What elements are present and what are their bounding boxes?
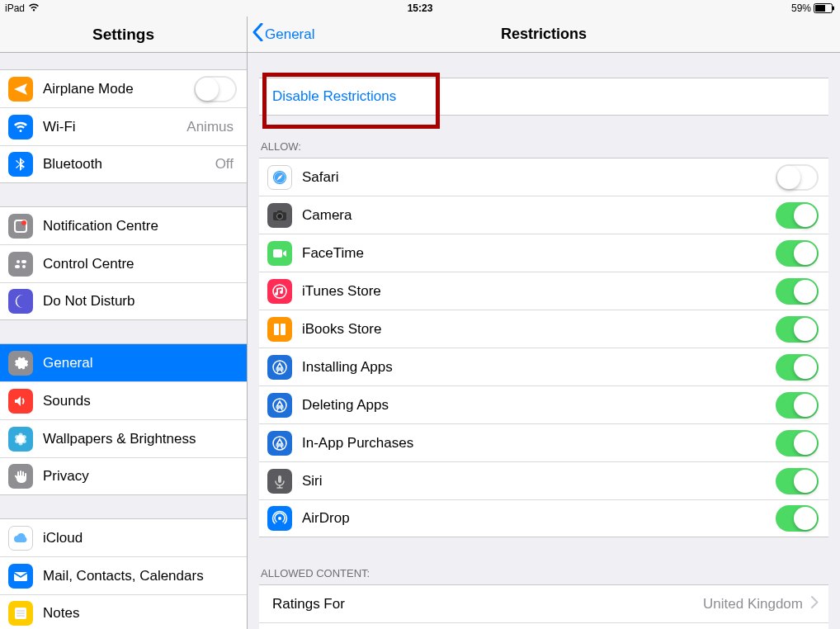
- facetime-toggle[interactable]: [776, 240, 819, 267]
- airplane-toggle[interactable]: [194, 76, 237, 102]
- wifi-label: Wi-Fi: [43, 119, 186, 135]
- notes-label: Notes: [43, 605, 237, 622]
- svg-point-14: [15, 439, 19, 443]
- wifi-detail: Animus: [186, 119, 234, 135]
- ibooks-icon: [267, 317, 292, 342]
- svg-point-11: [22, 435, 26, 439]
- sidebar-item-sounds[interactable]: Sounds: [0, 381, 247, 419]
- siri-label: Siri: [302, 473, 776, 489]
- svg-rect-2: [833, 7, 834, 11]
- back-label: General: [265, 26, 314, 43]
- appstore-icon: [267, 355, 292, 380]
- airplane-label: Airplane Mode: [43, 81, 194, 97]
- appstore-icon: [267, 431, 292, 456]
- siri-toggle[interactable]: [776, 468, 819, 494]
- status-bar: iPad 15:23 59%: [0, 0, 840, 17]
- allow-item-airdrop: AirDrop: [259, 499, 828, 537]
- ratings-detail: United Kingdom: [703, 596, 803, 612]
- battery-icon: [814, 3, 835, 13]
- notes-icon: [8, 601, 33, 626]
- svg-point-35: [278, 517, 281, 520]
- ibooks-toggle[interactable]: [776, 316, 819, 343]
- itunes-label: iTunes Store: [302, 283, 776, 300]
- facetime-icon: [267, 241, 292, 266]
- airdrop-toggle[interactable]: [776, 505, 819, 532]
- allow-header: ALLOW:: [248, 135, 840, 158]
- sidebar-item-bluetooth[interactable]: BluetoothOff: [0, 145, 247, 183]
- control-centre-label: Control Centre: [43, 256, 237, 272]
- itunes-toggle[interactable]: [776, 278, 819, 305]
- content-item-music[interactable]: Music & Podcasts Explicit: [259, 622, 828, 629]
- allow-item-camera: Camera: [259, 196, 828, 234]
- airplane-icon: [8, 77, 33, 102]
- clock: 15:23: [281, 2, 558, 14]
- iap-toggle[interactable]: [776, 430, 819, 456]
- navbar: General Restrictions: [248, 17, 840, 53]
- camera-label: Camera: [302, 207, 776, 224]
- hand-icon: [8, 464, 33, 489]
- sidebar-item-mail[interactable]: Mail, Contacts, Calendars: [0, 556, 247, 594]
- svg-point-10: [19, 433, 23, 437]
- svg-rect-6: [21, 260, 26, 263]
- iap-label: In-App Purchases: [302, 435, 776, 452]
- svg-rect-7: [15, 265, 20, 268]
- sidebar-item-icloud[interactable]: iCloud: [0, 518, 247, 556]
- moon-icon: [8, 289, 33, 314]
- svg-point-12: [22, 439, 26, 443]
- install-toggle[interactable]: [776, 354, 819, 381]
- sidebar-item-dnd[interactable]: Do Not Disturb: [0, 282, 247, 320]
- sidebar-item-notes[interactable]: Notes: [0, 594, 247, 629]
- battery-percent: 59%: [791, 2, 811, 14]
- wallpaper-icon: [8, 427, 33, 452]
- bluetooth-detail: Off: [215, 156, 234, 173]
- gear-icon: [8, 351, 33, 376]
- ibooks-label: iBooks Store: [302, 321, 776, 338]
- itunes-icon: [267, 279, 292, 304]
- allow-item-ibooks: iBooks Store: [259, 310, 828, 348]
- sidebar-item-notification-centre[interactable]: Notification Centre: [0, 206, 247, 244]
- control-centre-icon: [8, 252, 33, 277]
- sidebar-item-general[interactable]: General: [0, 343, 247, 381]
- wifi-icon: [8, 115, 33, 140]
- svg-rect-30: [281, 324, 286, 335]
- sidebar-item-wallpapers[interactable]: Wallpapers & Brightness: [0, 419, 247, 457]
- page-title: Restrictions: [248, 26, 840, 43]
- mail-label: Mail, Contacts, Calendars: [43, 568, 237, 584]
- sidebar-item-wifi[interactable]: Wi-FiAnimus: [0, 107, 247, 145]
- bluetooth-label: Bluetooth: [43, 156, 215, 173]
- camera-toggle[interactable]: [776, 202, 819, 229]
- ratings-label: Ratings For: [267, 596, 703, 612]
- device-label: iPad: [5, 2, 25, 14]
- sidebar-item-privacy[interactable]: Privacy: [0, 457, 247, 495]
- delete-toggle[interactable]: [776, 392, 819, 419]
- safari-toggle[interactable]: [776, 164, 819, 191]
- svg-point-13: [19, 441, 23, 445]
- notification-icon: [8, 214, 33, 239]
- svg-rect-27: [273, 249, 282, 258]
- camera-icon: [267, 203, 292, 228]
- airdrop-icon: [267, 506, 292, 531]
- notification-centre-label: Notification Centre: [43, 218, 237, 234]
- svg-point-28: [273, 285, 286, 298]
- bluetooth-icon: [8, 152, 33, 177]
- content-item-ratings[interactable]: Ratings For United Kingdom: [259, 584, 828, 622]
- dnd-label: Do Not Disturb: [43, 293, 237, 310]
- sidebar-item-airplane[interactable]: Airplane Mode: [0, 69, 247, 107]
- allowed-content-header: ALLOWED CONTENT:: [248, 562, 840, 584]
- icloud-label: iCloud: [43, 530, 237, 546]
- cloud-icon: [8, 526, 33, 551]
- svg-point-5: [17, 260, 20, 263]
- disable-restrictions-button[interactable]: Disable Restrictions: [259, 78, 828, 116]
- sidebar-item-control-centre[interactable]: Control Centre: [0, 244, 247, 282]
- wallpapers-label: Wallpapers & Brightness: [43, 431, 237, 447]
- safari-label: Safari: [302, 169, 776, 186]
- svg-rect-1: [815, 5, 825, 12]
- svg-point-25: [277, 213, 283, 219]
- wifi-status-icon: [28, 2, 40, 14]
- sounds-label: Sounds: [43, 393, 237, 409]
- back-button[interactable]: General: [248, 23, 314, 45]
- airdrop-label: AirDrop: [302, 510, 776, 527]
- install-label: Installing Apps: [302, 359, 776, 376]
- svg-rect-34: [278, 475, 281, 483]
- allow-item-iap: In-App Purchases: [259, 423, 828, 461]
